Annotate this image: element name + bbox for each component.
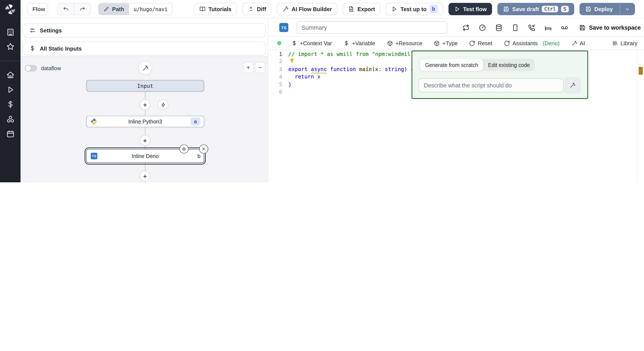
reset-button[interactable]: Reset [469,40,492,46]
ai-generate-popup: Generate from scratch Edit existing code [412,50,588,99]
zoom-in-button[interactable]: + [243,62,253,73]
add-resource-button[interactable]: +Resource [387,40,422,46]
all-static-inputs-button[interactable]: All Static Inputs [23,41,266,55]
code-token: async [311,66,327,72]
cubes-icon[interactable] [6,115,14,124]
flow-graph: dataflow + − Input + Inline Python3 a + [20,56,268,182]
undo-button[interactable] [58,3,74,15]
line-number: 3 [268,66,288,72]
tutorials-label: Tutorials [208,6,231,12]
insert-step-button[interactable]: + [140,135,150,146]
export-label: Export [358,6,375,12]
move-icon [182,146,186,152]
delete-node-button[interactable] [199,144,208,154]
path-edit-button[interactable]: Path [98,3,129,15]
voicemail-icon[interactable] [560,24,568,32]
dataflow-label: dataflow [41,65,61,71]
insert-step-button[interactable]: + [140,99,150,110]
typescript-icon: TS [91,153,98,159]
dollar-icon [29,45,36,52]
line-number: 6 [268,89,288,95]
library-button[interactable]: Library [612,40,638,46]
add-type-button[interactable]: +Type [434,40,458,46]
add-context-var-button[interactable]: +Context Var [291,40,332,46]
generate-from-scratch-tab[interactable]: Generate from scratch [420,59,483,71]
dollar-icon [291,40,298,46]
repeat-icon[interactable] [462,24,470,32]
status-dot [277,41,281,45]
playtri-icon[interactable] [6,85,14,94]
save-draft-button[interactable]: Save draft Ctrl S [498,3,574,15]
flow-chip[interactable]: Flow [27,3,48,15]
chevron-down-icon [624,6,630,12]
phone-in-icon[interactable] [528,24,536,32]
database-icon[interactable] [495,24,503,32]
lightbulb-icon[interactable] [289,58,295,64]
code-token: return [295,74,314,80]
sliders-icon [29,27,36,34]
add-variable-label: +Variable [352,40,375,46]
library-label: Library [620,40,638,46]
dollar-icon[interactable] [6,100,14,109]
test-flow-button[interactable]: Test flow [448,3,492,15]
code-token: (x: [372,66,385,72]
code-token: } [288,81,292,88]
gauge-icon[interactable] [478,24,486,32]
rotate-icon [504,40,510,46]
line-number: 4 [268,74,288,80]
calendar-icon[interactable] [6,130,14,138]
edit-existing-code-tab[interactable]: Edit existing code [483,59,535,71]
ai-flow-builder-button[interactable]: AI Flow Builder [277,3,337,15]
rotate-icon [469,40,475,46]
code-token: function [330,66,359,72]
diff-button[interactable]: Diff [242,3,272,15]
save-icon [503,6,510,12]
path-value[interactable]: u/hugo/navi [129,3,172,15]
bed-icon[interactable] [544,24,552,32]
python-icon [91,118,98,125]
redo-button[interactable] [74,3,90,15]
wand-icon [569,82,576,89]
editor-scroll-gutter [637,50,638,182]
add-variable-button[interactable]: +Variable [343,40,375,46]
ai-prompt-input[interactable] [418,78,564,92]
code-token [288,74,295,80]
code-editor[interactable]: 1// import * as wmill from "npm:windmill… [268,50,644,182]
ai-button[interactable]: AI [571,40,585,46]
windmill-logo-icon[interactable] [4,3,16,16]
edit-tab-label: Edit existing code [488,62,530,68]
move-node-button[interactable] [180,144,188,154]
building-icon[interactable] [6,28,14,36]
dataflow-toggle[interactable] [25,65,37,72]
deploy-button[interactable]: Deploy [580,3,635,15]
tutorials-button[interactable]: Tutorials [194,3,237,15]
test-up-to-button[interactable]: Test up to b [386,3,443,15]
step-header-row: TS Save to workspace [268,19,644,36]
assistants-button[interactable]: Assistants(Deno) [504,40,560,46]
file-code-icon [348,6,355,12]
ai-generate-button[interactable] [565,78,580,93]
zoom-out-button[interactable]: − [255,62,265,73]
flow-node-python[interactable]: Inline Python3 a [86,116,204,127]
ai-label: AI [580,40,585,46]
deploy-dropdown-button[interactable] [620,3,634,15]
star-icon[interactable] [6,42,14,51]
save-to-workspace-button[interactable]: Save to workspace [579,24,641,31]
trigger-icons-row [462,24,568,32]
code-token: main [359,66,372,72]
tablet-icon[interactable] [511,24,519,32]
ctrl-key-chip: Ctrl [542,6,558,12]
typescript-icon: TS [279,23,288,32]
export-button[interactable]: Export [343,3,380,15]
trigger-branch-button[interactable] [158,99,168,110]
home-icon[interactable] [6,70,14,79]
summary-input[interactable] [296,21,448,34]
top-toolbar: Flow Path u/hugo/navi Tutorials Diff AI … [20,0,644,18]
graph-ai-wand-button[interactable] [138,61,152,75]
editor-toolbar-row: +Context Var +Variable +Resource +Type R… [268,36,644,50]
settings-button[interactable]: Settings [23,24,266,37]
flow-node-input[interactable]: Input [86,80,204,92]
insert-step-button[interactable]: + [140,171,150,182]
play-icon [391,6,398,12]
dollar-icon [343,40,350,46]
